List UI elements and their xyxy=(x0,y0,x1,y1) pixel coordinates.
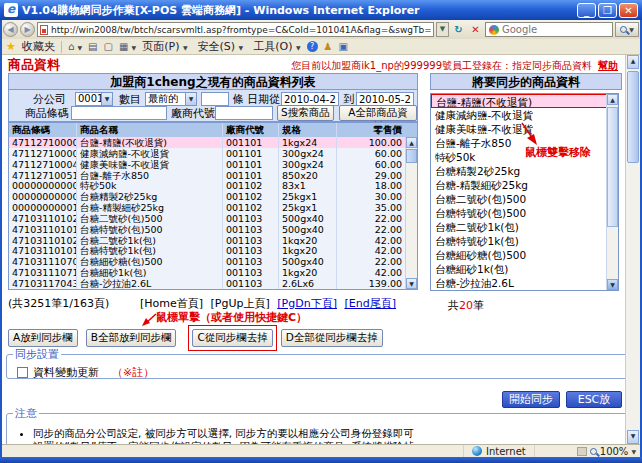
toolbar-menu-1[interactable]: 安全(S) ▼ xyxy=(198,39,244,54)
table-row[interactable]: 0000000000161台糖-精製細砂25kg00110225kgx135.0… xyxy=(9,202,417,213)
help-link[interactable]: 幫助 xyxy=(598,60,618,71)
table-row[interactable]: 4711271005118台鹽-離子水850001101850x2029.00 xyxy=(9,170,417,181)
zoom-control[interactable]: 100% ▼ xyxy=(577,446,640,457)
branch-label: 分公司 xyxy=(33,93,66,106)
sync-list-item[interactable]: 台鹽-精鹽(不收退貨) xyxy=(431,94,607,108)
address-dropdown-icon[interactable]: ▼ xyxy=(436,22,449,37)
vendor-input[interactable] xyxy=(215,106,273,120)
stop-icon[interactable]: ✕ xyxy=(468,22,483,37)
branch-select[interactable]: 0001▼ xyxy=(75,92,113,106)
sync-list-item[interactable]: 台糖-精製細砂25kg xyxy=(431,178,607,192)
favorites-label[interactable]: 收藏夹 xyxy=(22,39,55,54)
table-row[interactable]: 4710311107058台糖細砂糖(包)500001103500gx4022.… xyxy=(9,256,417,267)
page-home[interactable]: [Home首頁] xyxy=(140,297,203,310)
extra-tool-icon-1[interactable]: ♟ xyxy=(324,41,333,52)
refresh-icon[interactable]: ↻ xyxy=(451,22,466,37)
sync-scrollbar[interactable]: ▲ ▼ xyxy=(606,94,618,290)
restore-button[interactable]: ❐ xyxy=(598,3,617,18)
sync-list-item[interactable]: 台糖特號砂1k(包) xyxy=(431,234,607,248)
search-input[interactable]: Google xyxy=(502,24,537,35)
table-row[interactable]: 4710311107102台糖細砂1k(包)0011031kgx2042.00 xyxy=(9,267,417,278)
column-header: 規格 xyxy=(279,123,337,137)
status-bar: Internet 100% ▼ xyxy=(2,444,640,457)
table-row[interactable]: 4710311010112台糖特號砂1k(包)0011031kgx2042.00 xyxy=(9,245,417,256)
address-box[interactable] xyxy=(37,22,434,37)
page-content: 商品資料 您目前以加盟商ik1_np的999999號員工登錄在：指定同步商品資料… xyxy=(2,55,640,444)
table-row[interactable]: 0000000000031特砂50k00110283x118.00 xyxy=(9,180,417,191)
barcode-input[interactable] xyxy=(71,106,167,120)
action-button-d[interactable]: D全部從同步欄去掉 xyxy=(281,329,383,347)
close-button[interactable]: ✕ xyxy=(619,3,638,18)
back-button[interactable]: ◀ xyxy=(3,22,18,37)
search-products-button[interactable]: S搜索商品 xyxy=(277,105,334,121)
table-cell: 台糖特號砂(包)500 xyxy=(77,224,223,235)
table-row[interactable]: 4710311010211台糖二號砂1k(包)0011031kgx2042.00 xyxy=(9,235,417,246)
scroll-up-icon[interactable]: ▲ xyxy=(607,94,618,105)
table-cell: 台鹽-精鹽(不收退貨) xyxy=(77,137,223,148)
record-count: (共3251筆1/163頁) xyxy=(8,296,109,311)
annotation-arrow-icon xyxy=(518,121,540,147)
extra-tool-icon-2[interactable]: ▣ xyxy=(339,41,348,52)
feeds-icon[interactable]: ▤ xyxy=(88,41,97,52)
table-row[interactable]: 4711271000014台鹽-精鹽(不收退貨)0011011kgx24100.… xyxy=(9,137,417,148)
sync-list-item[interactable]: 台糖-沙拉油2.6L xyxy=(431,276,607,290)
favorites-star-icon[interactable]: ★ xyxy=(6,40,16,53)
action-button-a[interactable]: A放到同步欄 xyxy=(8,329,78,347)
table-row[interactable]: 4711271000472健康美味鹽-不收退貨001101300gx2460.0… xyxy=(9,159,417,170)
read-mail-icon[interactable]: ▢ xyxy=(103,41,112,52)
search-box[interactable]: Google xyxy=(485,22,613,37)
table-row[interactable]: 0000000000048台糖精製2砂25kg00110225kgx130.00 xyxy=(9,191,417,202)
action-button-c[interactable]: C從同步欄去掉 xyxy=(192,329,272,347)
minimize-button[interactable]: _ xyxy=(577,3,596,18)
page-down-link[interactable]: [PgDn下頁] xyxy=(277,297,337,310)
scroll-thumb[interactable] xyxy=(406,149,417,163)
toolbar-menu-2[interactable]: 工具(O) ▼ xyxy=(253,39,300,54)
page-scrollbar[interactable]: ▲ ▼ xyxy=(625,55,640,444)
all-products-button[interactable]: A全部商品資料 xyxy=(339,105,417,121)
sync-list-item[interactable]: 台糖細砂糖(包)500 xyxy=(431,248,607,262)
date-from-input[interactable] xyxy=(281,92,339,106)
sync-list-item[interactable]: 台糖二號砂(包)500 xyxy=(431,192,607,206)
window-border-left xyxy=(0,20,2,463)
toolbar-menu-0[interactable]: 页面(P) ▼ xyxy=(142,39,187,54)
scroll-up-icon[interactable]: ▲ xyxy=(406,137,417,148)
sync-list-item[interactable]: 健康減納鹽-不收退貨 xyxy=(431,108,607,122)
magnifier-icon xyxy=(590,448,597,455)
chevron-down-icon: ▼ xyxy=(101,93,112,105)
title-bar[interactable]: e V1.04購物網同步作業[X-POS 雲端商務網] - Windows In… xyxy=(0,0,642,20)
count-input[interactable] xyxy=(201,92,229,106)
login-info-text: 您目前以加盟商ik1_np的999999號員工登錄在：指定同步商品資料 xyxy=(291,60,592,71)
table-scrollbar[interactable]: ▲ ▼ xyxy=(405,137,417,289)
table-cell: 100.00 xyxy=(337,137,405,148)
data-change-label: 資料變動更新 xyxy=(33,365,99,380)
print-icon[interactable]: ▦ ▼ xyxy=(119,41,136,52)
sync-list-item[interactable]: 台糖二號砂1k(包) xyxy=(431,220,607,234)
table-row[interactable]: 4710311010105台糖特號砂(包)500001103500gx4022.… xyxy=(9,224,417,235)
scroll-thumb[interactable] xyxy=(607,107,618,227)
address-input[interactable] xyxy=(51,25,431,35)
sync-list-item[interactable]: 台糖精製2砂25kg xyxy=(431,164,607,178)
data-change-checkbox[interactable] xyxy=(17,367,28,378)
table-row[interactable]: 4711271000090健康減納鹽-不收退貨001101300gx2460.0… xyxy=(9,148,417,159)
page-end-link[interactable]: [End尾頁] xyxy=(344,297,396,310)
scroll-down-icon[interactable]: ▼ xyxy=(607,279,618,290)
zoom-caret-icon[interactable]: ▼ xyxy=(631,448,636,455)
forward-button[interactable]: ▶ xyxy=(20,22,35,37)
sync-list-item[interactable]: 台糖特號砂(包)500 xyxy=(431,206,607,220)
scroll-up-icon[interactable]: ▲ xyxy=(627,55,639,69)
ie-logo-icon: e xyxy=(4,3,18,17)
table-cell: 特砂50k xyxy=(77,180,223,191)
search-button[interactable]: ▼ xyxy=(615,22,639,37)
home-icon[interactable]: ⌂ ▼ xyxy=(68,41,82,52)
table-row[interactable]: 4710311704318台糖-沙拉油2.6L0011032.6Lx6139.0… xyxy=(9,278,417,289)
page-up[interactable]: [PgUp上頁] xyxy=(211,297,270,310)
sync-list-item[interactable]: 台糖細砂1k(包) xyxy=(431,262,607,276)
count-select[interactable]: 最前的▼ xyxy=(145,92,197,106)
scroll-thumb[interactable] xyxy=(627,71,639,163)
scroll-down-icon[interactable]: ▼ xyxy=(406,278,417,289)
action-button-b[interactable]: B全部放到同步欄 xyxy=(86,329,177,347)
help-icon[interactable]: ? xyxy=(307,41,318,52)
scroll-down-icon[interactable]: ▼ xyxy=(627,430,639,444)
date-to-input[interactable] xyxy=(356,92,414,106)
table-row[interactable]: 4710311010204台糖二號砂(包)500001103500gx4022.… xyxy=(9,213,417,224)
